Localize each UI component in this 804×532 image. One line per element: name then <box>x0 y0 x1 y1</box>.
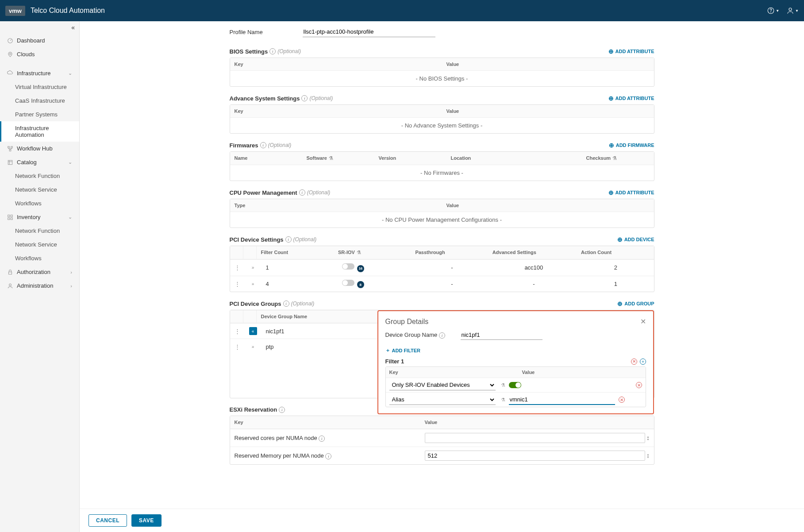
sidebar-item-inventory-network-service[interactable]: Network Service <box>0 238 79 251</box>
info-icon[interactable]: i <box>279 407 285 413</box>
user-icon[interactable]: ▼ <box>786 7 799 15</box>
filter-key-select[interactable]: Only SR-IOV Enabled Devices <box>389 380 496 390</box>
add-device-button[interactable]: ⊕ADD DEVICE <box>617 236 654 243</box>
cpu-empty: - No CPU Power Management Configurations… <box>230 212 654 227</box>
svg-rect-12 <box>11 218 12 220</box>
device-group-name-input[interactable] <box>461 330 542 340</box>
svg-rect-10 <box>11 215 12 216</box>
sidebar-collapse-icon[interactable]: « <box>0 21 79 34</box>
remove-row-icon[interactable]: ✕ <box>619 397 625 403</box>
filter-title: Filter 1 <box>385 358 404 365</box>
flask-icon: ⚗ <box>501 397 505 403</box>
pci-settings-title: PCI Device Settings <box>230 236 284 243</box>
stepper-down-icon[interactable]: ▼ <box>647 456 650 459</box>
app-header: vmw Telco Cloud Automation ▼ ▼ <box>0 0 804 21</box>
sidebar-item-catalog-network-service[interactable]: Network Service <box>0 183 79 197</box>
expand-icon[interactable]: » <box>249 280 257 288</box>
sidebar-item-authorization[interactable]: Authorization› <box>0 265 79 279</box>
sidebar-item-clouds[interactable]: Clouds <box>0 47 79 61</box>
reserved-cores-input[interactable] <box>425 433 645 443</box>
svg-rect-13 <box>9 272 12 274</box>
add-attribute-button[interactable]: ⊕ADD ATTRIBUTE <box>608 48 654 55</box>
expand-icon[interactable]: » <box>249 264 257 272</box>
app-title: Telco Cloud Automation <box>31 7 105 15</box>
svg-rect-8 <box>8 160 12 164</box>
info-icon[interactable]: i <box>283 301 289 307</box>
remove-filter-icon[interactable]: ✕ <box>631 359 637 365</box>
chevron-right-icon: › <box>70 270 72 275</box>
badge: 8 <box>357 281 364 288</box>
profile-name-input[interactable] <box>303 27 435 37</box>
info-icon[interactable]: i <box>260 142 266 148</box>
sidebar-item-caas-infrastructure[interactable]: CaaS Infrastructure <box>0 94 79 108</box>
row-menu-icon[interactable]: ⋮ <box>230 261 245 274</box>
vmware-logo: vmw <box>5 6 25 16</box>
row-menu-icon[interactable]: ⋮ <box>230 340 245 354</box>
svg-point-2 <box>789 8 792 11</box>
sidebar-item-partner-systems[interactable]: Partner Systems <box>0 108 79 121</box>
help-icon[interactable]: ▼ <box>767 7 779 15</box>
sidebar-item-inventory-network-function[interactable]: Network Function <box>0 224 79 238</box>
sidebar-item-workflow-hub[interactable]: Workflow Hub <box>0 142 79 155</box>
filter-value-input[interactable] <box>509 395 615 405</box>
main-content: Profile Name BIOS Settings i (Optional) … <box>80 21 804 532</box>
add-group-button[interactable]: ⊕ADD GROUP <box>617 300 654 307</box>
sriov-toggle[interactable] <box>342 280 354 286</box>
info-icon[interactable]: i <box>269 48 276 54</box>
sidebar-item-virtual-infrastructure[interactable]: Virtual Infrastructure <box>0 80 79 94</box>
panel-title: Group Details <box>385 318 429 326</box>
sidebar-item-catalog-network-function[interactable]: Network Function <box>0 169 79 183</box>
expand-icon[interactable]: » <box>249 343 257 351</box>
advance-settings-title: Advance System Settings <box>230 95 300 102</box>
collapse-icon[interactable]: « <box>249 327 257 335</box>
flask-icon: ⚗ <box>329 155 333 161</box>
flask-icon: ⚗ <box>501 382 505 388</box>
flask-icon: ⚗ <box>357 250 361 255</box>
add-filter-button[interactable]: ＋ADD FILTER <box>385 347 421 354</box>
reserved-memory-input[interactable] <box>425 451 645 461</box>
info-icon[interactable]: i <box>439 332 445 339</box>
add-attribute-button[interactable]: ⊕ADD ATTRIBUTE <box>608 95 654 102</box>
remove-row-icon[interactable]: ✕ <box>636 382 642 388</box>
chevron-right-icon: › <box>70 283 72 289</box>
info-icon[interactable]: i <box>285 236 292 243</box>
info-icon[interactable]: i <box>325 453 331 459</box>
sidebar: « Dashboard Clouds Infrastructure⌄ Virtu… <box>0 21 80 532</box>
info-icon[interactable]: i <box>299 189 305 196</box>
row-menu-icon[interactable]: ⋮ <box>230 324 245 338</box>
save-button[interactable]: SAVE <box>131 514 162 527</box>
filter-row: Only SR-IOV Enabled Devices ⚗ ✕ <box>386 378 646 392</box>
add-attribute-button[interactable]: ⊕ADD ATTRIBUTE <box>608 189 654 196</box>
sidebar-group-catalog[interactable]: Catalog⌄ <box>0 155 79 169</box>
filter-row: Alias ⚗ ✕ <box>386 392 646 407</box>
sidebar-item-catalog-workflows[interactable]: Workflows <box>0 197 79 210</box>
add-firmware-button[interactable]: ⊕ADD FIRMWARE <box>609 142 654 149</box>
bios-empty: - No BIOS Settings - <box>230 71 654 86</box>
esxi-title: ESXi Reservation <box>230 406 277 413</box>
sidebar-group-infrastructure[interactable]: Infrastructure⌄ <box>0 66 79 80</box>
pci-groups-title: PCI Device Groups <box>230 301 281 307</box>
sidebar-item-dashboard[interactable]: Dashboard <box>0 34 79 47</box>
filter-value-toggle[interactable] <box>509 382 521 388</box>
info-icon[interactable]: i <box>301 95 308 101</box>
info-icon[interactable]: i <box>319 436 325 442</box>
flask-icon: ⚗ <box>612 155 617 161</box>
cancel-button[interactable]: CANCEL <box>88 514 127 527</box>
svg-point-4 <box>9 53 11 55</box>
svg-rect-9 <box>8 215 10 216</box>
sidebar-group-inventory[interactable]: Inventory⌄ <box>0 210 79 224</box>
add-filter-icon[interactable]: ＋ <box>640 359 646 365</box>
cpu-title: CPU Power Management <box>230 189 297 196</box>
row-menu-icon[interactable]: ⋮ <box>230 277 245 291</box>
sidebar-item-administration[interactable]: Administration› <box>0 279 79 293</box>
badge: 16 <box>357 265 364 272</box>
svg-rect-11 <box>8 218 10 220</box>
sriov-toggle[interactable] <box>342 263 354 270</box>
sidebar-item-inventory-workflows[interactable]: Workflows <box>0 251 79 265</box>
profile-name-label: Profile Name <box>230 29 303 35</box>
svg-rect-6 <box>11 146 13 148</box>
close-icon[interactable]: ✕ <box>640 317 646 326</box>
sidebar-item-infrastructure-automation[interactable]: Infrastructure Automation <box>0 121 79 142</box>
filter-key-select[interactable]: Alias <box>389 394 496 405</box>
stepper-down-icon[interactable]: ▼ <box>647 438 650 441</box>
